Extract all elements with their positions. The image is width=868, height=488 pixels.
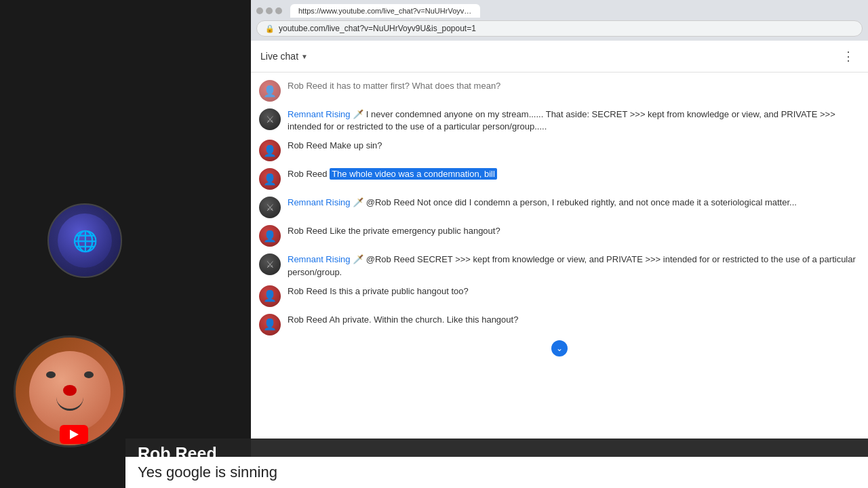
live-chat-title[interactable]: Live chat ▼ [260,51,308,62]
play-icon [70,430,79,439]
message-author: Rob Reed [288,286,328,296]
chat-message: ⚔ Remnant Rising 🗡️ @Rob Reed Not once d… [251,193,868,222]
message-author: Rob Reed [288,226,328,236]
message-text: Like the private emergency public hangou… [330,226,500,236]
message-content: Remnant Rising 🗡️ @Rob Reed Not once did… [288,197,860,209]
message-content: Rob Reed Make up sin? [288,140,860,152]
browser-chrome: https://www.youtube.com/live_chat?v=NuUH… [251,0,868,41]
avatar-rob-reed: 👤 [259,168,281,190]
message-text: it has to matter first? What does that m… [330,81,500,91]
message-text: Make up sin? [330,140,382,150]
chat-message: 👤 Rob Reed it has to matter first? What … [251,77,868,105]
featured-message-text: Yes google is sinning [138,464,277,481]
chat-message: 👤 Rob Reed The whole video was a condemn… [251,165,868,193]
floating-avatar: 🌐 [47,203,122,278]
browser-window: https://www.youtube.com/live_chat?v=NuUH… [251,0,868,488]
avatar-rob-reed: 👤 [259,225,281,247]
message-text: Ah private. Within the church. Like this… [329,314,518,325]
chat-message: 👤 Rob Reed Like the private emergency pu… [251,222,868,250]
message-content: Rob Reed Ah private. Within the church. … [288,314,860,326]
youtube-badge [60,425,88,444]
message-content: Rob Reed Is this a private public hangou… [288,285,860,298]
scroll-dot: ⌄ [551,340,568,357]
message-content: Rob Reed Like the private emergency publ… [288,225,860,237]
browser-dot-close [256,7,263,14]
chat-options-button[interactable]: ⋮ [838,47,859,65]
live-chat-container: Live chat ▼ ⋮ 👤 Rob Reed it has to matte… [251,41,868,488]
message-author: Rob Reed [288,169,328,179]
live-chat-header: Live chat ▼ ⋮ [251,41,868,73]
live-chat-label: Live chat [260,51,298,62]
lock-icon: 🔒 [265,24,275,33]
message-author: Remnant Rising 🗡️ [288,254,363,264]
message-content: Rob Reed it has to matter first? What do… [288,80,860,92]
browser-tabs-row: https://www.youtube.com/live_chat?v=NuUH… [256,4,863,18]
browser-controls [256,7,282,14]
avatar-rob-reed: 👤 [259,80,281,102]
chat-message: 👤 Rob Reed Make up sin? [251,136,868,165]
chat-message: 👤 Rob Reed Ah private. Within the church… [251,310,868,339]
avatar-remnant-rising: ⚔ [259,108,281,130]
message-text: I never condemned anyone on my stream...… [288,109,835,131]
message-author: Rob Reed [288,81,328,91]
avatar-icon: 🌐 [58,214,112,268]
featured-message-bar: Yes google is sinning [125,457,868,488]
browser-dot-max [275,7,282,14]
message-text: @Rob Reed SECRET >>> kept from knowledge… [288,254,856,277]
message-author: Remnant Rising 🗡️ [288,109,363,119]
message-text: @Rob Reed Not once did I condemn a perso… [366,197,797,207]
avatar-remnant-rising: ⚔ [259,197,281,218]
message-author: Rob Reed [288,140,328,150]
message-content: Remnant Rising 🗡️ I never condemned anyo… [288,108,860,133]
address-text: youtube.com/live_chat?v=NuUHrVoyv9U&is_p… [279,24,476,33]
avatar-rob-reed: 👤 [259,314,281,336]
address-bar[interactable]: 🔒 youtube.com/live_chat?v=NuUHrVoyv9U&is… [256,20,863,37]
message-text: Is this a private public hangout too? [330,286,469,296]
message-content: Rob Reed The whole video was a condemnat… [288,168,860,180]
chat-messages-list[interactable]: 👤 Rob Reed it has to matter first? What … [251,73,868,460]
browser-dot-min [266,7,273,14]
chat-message: ⚔ Remnant Rising 🗡️ @Rob Reed SECRET >>>… [251,250,868,281]
scroll-indicator: ⌄ [251,339,868,358]
chat-dropdown-icon: ▼ [301,53,308,60]
message-content: Remnant Rising 🗡️ @Rob Reed SECRET >>> k… [288,253,860,278]
browser-tab[interactable]: https://www.youtube.com/live_chat?v=NuUH… [290,4,480,18]
highlighted-message-text: The whole video was a condemnation, bill [330,168,497,180]
avatar-remnant-rising: ⚔ [259,253,281,275]
chat-message: 👤 Rob Reed Is this a private public hang… [251,282,868,310]
avatar-rob-reed: 👤 [259,140,281,161]
avatar-rob-reed: 👤 [259,285,281,307]
message-author: Rob Reed [288,314,328,325]
message-author: Remnant Rising 🗡️ [288,197,363,207]
chat-message: ⚔ Remnant Rising 🗡️ I never condemned an… [251,105,868,136]
